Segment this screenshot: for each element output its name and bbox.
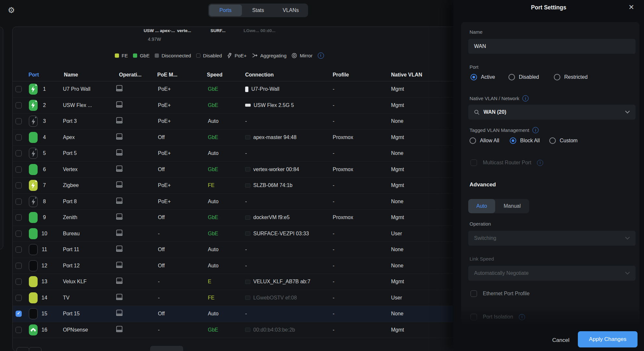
port-status-icon	[29, 324, 38, 335]
row-checkbox[interactable]	[16, 263, 22, 269]
connected-device-icon	[245, 104, 251, 107]
info-icon[interactable]	[532, 127, 539, 133]
port-number: 10	[40, 231, 49, 237]
tab-vlans[interactable]: VLANs	[274, 5, 307, 16]
radio-block-all[interactable]: Block All	[510, 137, 540, 144]
column-header-connection[interactable]: Connection	[245, 72, 274, 78]
connected-device-icon	[245, 296, 250, 300]
mirror-icon	[292, 53, 297, 58]
port-status-icon	[29, 292, 38, 303]
link-speed-dropdown[interactable]: Automatically Negotiate	[468, 266, 636, 281]
switch-device-icon	[115, 294, 123, 302]
connection: VELUX_KLF_AB7B ab:7	[245, 279, 310, 285]
info-icon[interactable]	[519, 314, 525, 320]
row-checkbox[interactable]	[16, 215, 22, 221]
native-vlan: Mgmt	[391, 167, 404, 172]
port-status-icon	[29, 100, 38, 111]
multicast-router-checkbox-row[interactable]: Multicast Router Port	[471, 159, 543, 166]
connection: -	[245, 263, 247, 269]
checkbox[interactable]	[471, 290, 477, 297]
port-name: U7 Pro Wall	[63, 86, 90, 92]
row-checkbox[interactable]	[16, 311, 22, 317]
info-icon[interactable]	[522, 95, 529, 101]
checkbox[interactable]	[471, 314, 477, 320]
row-checkbox[interactable]	[16, 327, 22, 333]
tab-ports[interactable]: Ports	[209, 5, 242, 16]
radio-circle[interactable]	[549, 137, 556, 144]
switch-device-icon	[115, 85, 123, 93]
radio-circle[interactable]	[508, 74, 515, 80]
connection-label: -	[245, 247, 247, 252]
radio-custom[interactable]: Custom	[549, 137, 578, 144]
close-icon[interactable]	[626, 2, 636, 12]
column-header-poe-mode[interactable]: PoE M...	[157, 72, 177, 78]
chevron-down-icon	[625, 235, 630, 240]
row-checkbox[interactable]	[16, 150, 22, 157]
radio-circle[interactable]	[510, 137, 516, 144]
column-header-name[interactable]: Name	[64, 72, 78, 78]
ethernet-port-profile-checkbox-row[interactable]: Ethernet Port Profile	[471, 290, 530, 297]
pagination-button[interactable]	[29, 347, 42, 351]
radio-allow-all[interactable]: Allow All	[470, 137, 499, 144]
pagination-button[interactable]	[17, 347, 29, 351]
pagination-pill[interactable]	[150, 346, 183, 351]
row-checkbox[interactable]	[16, 230, 22, 237]
radio-disabled[interactable]: Disabled	[508, 74, 539, 80]
port-status-icon	[29, 228, 38, 239]
mode-auto[interactable]: Auto	[468, 199, 495, 213]
cancel-button[interactable]: Cancel	[552, 337, 569, 344]
tab-stats[interactable]: Stats	[242, 5, 275, 16]
radio-restricted[interactable]: Restricted	[554, 74, 588, 80]
device-label: USW ...	[144, 28, 159, 33]
radio-circle[interactable]	[554, 74, 560, 80]
radio-circle[interactable]	[470, 137, 476, 144]
link-speed-label: Link Speed	[470, 256, 494, 262]
column-header-port[interactable]: Port	[29, 72, 39, 78]
switch-device-icon	[115, 101, 123, 110]
native-vlan-dropdown[interactable]: WAN (20)	[468, 105, 636, 120]
row-checkbox[interactable]	[16, 182, 22, 189]
settings-gear-icon[interactable]	[6, 5, 17, 16]
row-checkbox[interactable]	[16, 247, 22, 253]
native-vlan: Mgmt	[391, 102, 404, 108]
port-speed: GbE	[208, 102, 218, 108]
operation-dropdown[interactable]: Switching	[468, 231, 636, 246]
row-checkbox[interactable]	[16, 118, 22, 124]
row-checkbox[interactable]	[16, 279, 22, 285]
operation-label: Operation	[470, 221, 491, 227]
column-header-speed[interactable]: Speed	[207, 72, 222, 78]
column-header-native-vlan[interactable]: Native VLAN	[391, 72, 422, 78]
connection-label: -	[245, 199, 247, 205]
column-header-operation[interactable]: Operati...	[119, 72, 141, 78]
row-checkbox[interactable]	[16, 134, 22, 140]
info-icon[interactable]	[537, 160, 543, 166]
column-header-profile[interactable]: Profile	[333, 72, 349, 78]
port-name: Apex	[63, 135, 75, 140]
poe-mode: Off	[158, 311, 165, 317]
row-checkbox[interactable]	[16, 166, 22, 172]
native-vlan: Mgmt	[391, 86, 404, 92]
row-checkbox[interactable]	[16, 295, 22, 301]
native-vlan: None	[391, 118, 403, 124]
port-isolation-checkbox-row[interactable]: Port Isolation	[471, 314, 525, 320]
row-checkbox[interactable]	[16, 86, 22, 92]
port-speed: Auto	[208, 118, 219, 124]
apply-changes-button[interactable]: Apply Changes	[578, 331, 638, 347]
row-checkbox[interactable]	[16, 102, 22, 108]
port-speed: E	[208, 279, 211, 285]
name-input[interactable]: WAN	[468, 39, 636, 54]
port-number: 6	[40, 167, 49, 172]
port-profile: -	[333, 86, 334, 92]
native-vlan: None	[391, 150, 403, 156]
row-checkbox[interactable]	[16, 198, 22, 205]
device-label: LGwe...	[244, 28, 259, 33]
connection-label: 00:d0:b4:03:be:2b	[253, 327, 295, 333]
port-number: 5	[40, 150, 49, 156]
checkbox[interactable]	[471, 159, 477, 166]
radio-circle[interactable]	[471, 74, 477, 80]
legend-info-icon[interactable]	[318, 53, 324, 59]
connection: -	[245, 247, 247, 252]
mode-manual[interactable]: Manual	[495, 199, 529, 213]
connection-label: U7-Pro-Wall	[251, 86, 280, 92]
radio-active[interactable]: Active	[471, 74, 495, 80]
